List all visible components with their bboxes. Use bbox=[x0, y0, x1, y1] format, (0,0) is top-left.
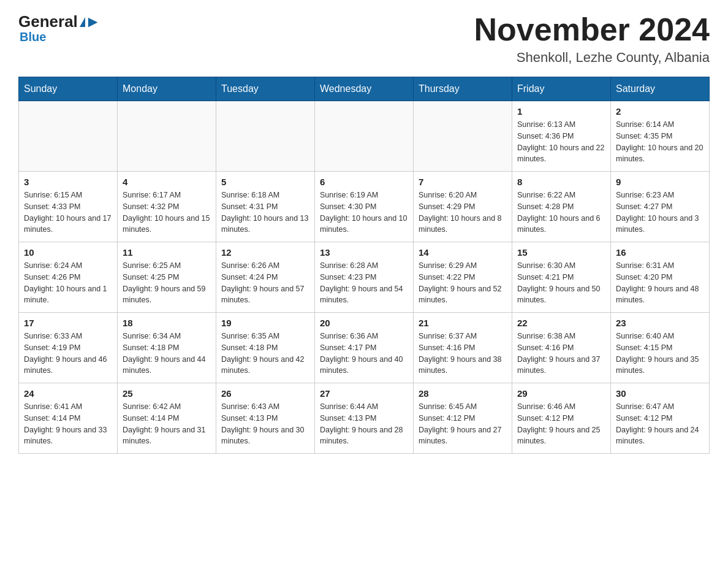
calendar-week-row: 10Sunrise: 6:24 AMSunset: 4:26 PMDayligh… bbox=[19, 242, 710, 313]
location-subtitle: Shenkoll, Lezhe County, Albania bbox=[474, 50, 710, 66]
day-number: 21 bbox=[419, 318, 507, 328]
day-info: Sunrise: 6:28 AMSunset: 4:23 PMDaylight:… bbox=[320, 260, 408, 306]
calendar-week-row: 3Sunrise: 6:15 AMSunset: 4:33 PMDaylight… bbox=[19, 172, 710, 242]
day-number: 22 bbox=[517, 318, 605, 328]
table-row: 9Sunrise: 6:23 AMSunset: 4:27 PMDaylight… bbox=[611, 172, 710, 242]
day-number: 19 bbox=[221, 318, 309, 328]
table-row: 17Sunrise: 6:33 AMSunset: 4:19 PMDayligh… bbox=[19, 313, 118, 383]
day-number: 18 bbox=[123, 318, 211, 328]
day-info: Sunrise: 6:22 AMSunset: 4:28 PMDaylight:… bbox=[517, 190, 605, 236]
day-info: Sunrise: 6:15 AMSunset: 4:33 PMDaylight:… bbox=[24, 190, 112, 236]
day-number: 11 bbox=[123, 247, 211, 258]
day-info: Sunrise: 6:46 AMSunset: 4:12 PMDaylight:… bbox=[517, 401, 605, 447]
header-sunday: Sunday bbox=[19, 77, 118, 101]
day-info: Sunrise: 6:14 AMSunset: 4:35 PMDaylight:… bbox=[616, 119, 704, 165]
table-row: 28Sunrise: 6:45 AMSunset: 4:12 PMDayligh… bbox=[414, 383, 512, 454]
day-info: Sunrise: 6:19 AMSunset: 4:30 PMDaylight:… bbox=[320, 190, 408, 236]
day-info: Sunrise: 6:24 AMSunset: 4:26 PMDaylight:… bbox=[24, 260, 112, 306]
header-monday: Monday bbox=[118, 77, 216, 101]
day-number: 16 bbox=[616, 247, 704, 258]
header-wednesday: Wednesday bbox=[315, 77, 414, 101]
day-info: Sunrise: 6:40 AMSunset: 4:15 PMDaylight:… bbox=[616, 331, 704, 377]
day-number: 10 bbox=[24, 247, 112, 258]
day-info: Sunrise: 6:35 AMSunset: 4:18 PMDaylight:… bbox=[221, 331, 309, 377]
day-number: 23 bbox=[616, 318, 704, 328]
day-info: Sunrise: 6:45 AMSunset: 4:12 PMDaylight:… bbox=[419, 401, 507, 447]
table-row: 20Sunrise: 6:36 AMSunset: 4:17 PMDayligh… bbox=[315, 313, 414, 383]
day-info: Sunrise: 6:47 AMSunset: 4:12 PMDaylight:… bbox=[616, 401, 704, 447]
logo: General ► Blue bbox=[18, 12, 101, 44]
table-row: 4Sunrise: 6:17 AMSunset: 4:32 PMDaylight… bbox=[118, 172, 216, 242]
day-number: 28 bbox=[419, 388, 507, 399]
table-row: 27Sunrise: 6:44 AMSunset: 4:13 PMDayligh… bbox=[315, 383, 414, 454]
day-info: Sunrise: 6:43 AMSunset: 4:13 PMDaylight:… bbox=[221, 401, 309, 447]
table-row: 5Sunrise: 6:18 AMSunset: 4:31 PMDaylight… bbox=[216, 172, 315, 242]
day-info: Sunrise: 6:17 AMSunset: 4:32 PMDaylight:… bbox=[123, 190, 211, 236]
table-row: 25Sunrise: 6:42 AMSunset: 4:14 PMDayligh… bbox=[118, 383, 216, 454]
header-tuesday: Tuesday bbox=[216, 77, 315, 101]
table-row: 7Sunrise: 6:20 AMSunset: 4:29 PMDaylight… bbox=[414, 172, 512, 242]
table-row: 19Sunrise: 6:35 AMSunset: 4:18 PMDayligh… bbox=[216, 313, 315, 383]
table-row bbox=[19, 101, 118, 172]
header-thursday: Thursday bbox=[414, 77, 512, 101]
logo-general-text: General bbox=[18, 12, 85, 31]
calendar-week-row: 1Sunrise: 6:13 AMSunset: 4:36 PMDaylight… bbox=[19, 101, 710, 172]
table-row: 16Sunrise: 6:31 AMSunset: 4:20 PMDayligh… bbox=[611, 242, 710, 313]
day-info: Sunrise: 6:13 AMSunset: 4:36 PMDaylight:… bbox=[517, 119, 605, 165]
table-row: 21Sunrise: 6:37 AMSunset: 4:16 PMDayligh… bbox=[414, 313, 512, 383]
month-title: November 2024 bbox=[474, 12, 710, 47]
day-number: 7 bbox=[419, 177, 507, 187]
day-info: Sunrise: 6:41 AMSunset: 4:14 PMDaylight:… bbox=[24, 401, 112, 447]
logo-blue-text: ► bbox=[85, 12, 101, 31]
title-block: November 2024 Shenkoll, Lezhe County, Al… bbox=[474, 12, 710, 66]
day-info: Sunrise: 6:26 AMSunset: 4:24 PMDaylight:… bbox=[221, 260, 309, 306]
day-info: Sunrise: 6:42 AMSunset: 4:14 PMDaylight:… bbox=[123, 401, 211, 447]
table-row: 26Sunrise: 6:43 AMSunset: 4:13 PMDayligh… bbox=[216, 383, 315, 454]
day-number: 24 bbox=[24, 388, 112, 399]
calendar-week-row: 24Sunrise: 6:41 AMSunset: 4:14 PMDayligh… bbox=[19, 383, 710, 454]
day-number: 17 bbox=[24, 318, 112, 328]
day-number: 9 bbox=[616, 177, 704, 187]
day-info: Sunrise: 6:34 AMSunset: 4:18 PMDaylight:… bbox=[123, 331, 211, 377]
day-info: Sunrise: 6:38 AMSunset: 4:16 PMDaylight:… bbox=[517, 331, 605, 377]
day-number: 27 bbox=[320, 388, 408, 399]
table-row: 14Sunrise: 6:29 AMSunset: 4:22 PMDayligh… bbox=[414, 242, 512, 313]
day-info: Sunrise: 6:33 AMSunset: 4:19 PMDaylight:… bbox=[24, 331, 112, 377]
table-row bbox=[118, 101, 216, 172]
day-number: 14 bbox=[419, 247, 507, 258]
table-row bbox=[315, 101, 414, 172]
day-number: 3 bbox=[24, 177, 112, 187]
table-row: 6Sunrise: 6:19 AMSunset: 4:30 PMDaylight… bbox=[315, 172, 414, 242]
table-row bbox=[414, 101, 512, 172]
table-row: 2Sunrise: 6:14 AMSunset: 4:35 PMDaylight… bbox=[611, 101, 710, 172]
day-number: 15 bbox=[517, 247, 605, 258]
day-number: 1 bbox=[517, 106, 605, 117]
day-info: Sunrise: 6:44 AMSunset: 4:13 PMDaylight:… bbox=[320, 401, 408, 447]
day-info: Sunrise: 6:30 AMSunset: 4:21 PMDaylight:… bbox=[517, 260, 605, 306]
table-row: 11Sunrise: 6:25 AMSunset: 4:25 PMDayligh… bbox=[118, 242, 216, 313]
header-saturday: Saturday bbox=[611, 77, 710, 101]
day-number: 5 bbox=[221, 177, 309, 187]
table-row: 12Sunrise: 6:26 AMSunset: 4:24 PMDayligh… bbox=[216, 242, 315, 313]
day-number: 26 bbox=[221, 388, 309, 399]
day-info: Sunrise: 6:18 AMSunset: 4:31 PMDaylight:… bbox=[221, 190, 309, 236]
day-number: 29 bbox=[517, 388, 605, 399]
day-info: Sunrise: 6:29 AMSunset: 4:22 PMDaylight:… bbox=[419, 260, 507, 306]
day-number: 20 bbox=[320, 318, 408, 328]
day-number: 30 bbox=[616, 388, 704, 399]
day-info: Sunrise: 6:20 AMSunset: 4:29 PMDaylight:… bbox=[419, 190, 507, 236]
calendar-week-row: 17Sunrise: 6:33 AMSunset: 4:19 PMDayligh… bbox=[19, 313, 710, 383]
day-info: Sunrise: 6:31 AMSunset: 4:20 PMDaylight:… bbox=[616, 260, 704, 306]
day-number: 12 bbox=[221, 247, 309, 258]
table-row: 29Sunrise: 6:46 AMSunset: 4:12 PMDayligh… bbox=[512, 383, 611, 454]
table-row bbox=[216, 101, 315, 172]
table-row: 23Sunrise: 6:40 AMSunset: 4:15 PMDayligh… bbox=[611, 313, 710, 383]
table-row: 18Sunrise: 6:34 AMSunset: 4:18 PMDayligh… bbox=[118, 313, 216, 383]
table-row: 3Sunrise: 6:15 AMSunset: 4:33 PMDaylight… bbox=[19, 172, 118, 242]
table-row: 24Sunrise: 6:41 AMSunset: 4:14 PMDayligh… bbox=[19, 383, 118, 454]
day-number: 4 bbox=[123, 177, 211, 187]
day-info: Sunrise: 6:37 AMSunset: 4:16 PMDaylight:… bbox=[419, 331, 507, 377]
calendar-table: Sunday Monday Tuesday Wednesday Thursday… bbox=[18, 77, 710, 454]
day-number: 8 bbox=[517, 177, 605, 187]
day-info: Sunrise: 6:25 AMSunset: 4:25 PMDaylight:… bbox=[123, 260, 211, 306]
